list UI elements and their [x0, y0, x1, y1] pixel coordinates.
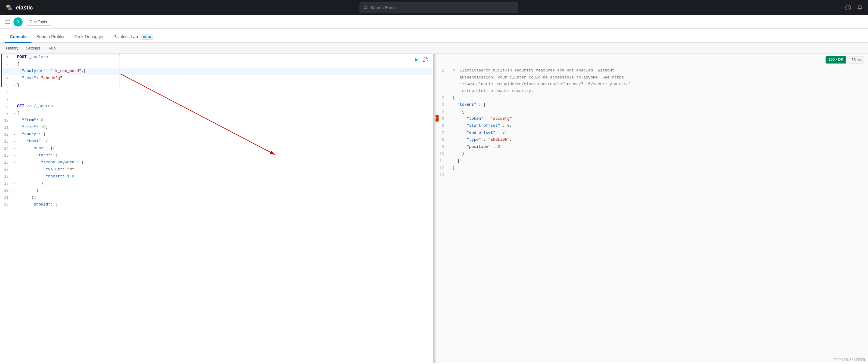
- settings-button[interactable]: Settings: [24, 45, 41, 51]
- response-line-2: 2 - {: [436, 94, 868, 101]
- tab-search-profiler[interactable]: Search Profiler: [31, 31, 70, 43]
- editor-panel: 1 POST _analyze 2 - { 3 "analyzer": "ik_…: [0, 54, 434, 363]
- search-icon: [364, 5, 368, 10]
- response-line-7: 7 "end_offset" : 7,: [436, 129, 868, 136]
- close-response-button[interactable]: ✕: [436, 115, 439, 122]
- response-line-5: 5 "token" : "abcdefg",: [436, 115, 868, 122]
- search-bar-wrapper: Search Elastic: [37, 2, 841, 13]
- main-content: 1 POST _analyze 2 - { 3 "analyzer": "ik_…: [0, 54, 868, 363]
- editor-line-7: 7: [0, 96, 433, 103]
- top-nav: elastic Search Elastic: [0, 0, 868, 15]
- editor-line-18: 18 "boost": 1.0: [0, 173, 433, 180]
- status-badge: 200 - OK: [826, 56, 847, 63]
- tab-grok-debugger[interactable]: Grok Debugger: [70, 31, 108, 43]
- nav-right-icons: [845, 4, 863, 11]
- time-badge: 53 ms: [849, 56, 864, 63]
- response-content: 1 #! Elasticsearch built-in security fea…: [436, 54, 868, 363]
- logo-text: elastic: [16, 5, 33, 11]
- watermark: CSDN @张子行的博客: [832, 357, 866, 362]
- wrench-button[interactable]: [422, 56, 429, 63]
- editor-line-2: 2 - {: [0, 61, 433, 68]
- bell-icon[interactable]: [857, 4, 863, 11]
- hamburger-button[interactable]: [5, 20, 10, 24]
- elastic-logo[interactable]: elastic: [5, 3, 33, 12]
- editor-line-15: 15 - "term": {: [0, 152, 433, 159]
- editor-line-21: 21 - }],: [0, 194, 433, 201]
- response-line-9: 9 "position" : 0: [436, 144, 868, 151]
- help-button[interactable]: Help: [46, 45, 57, 51]
- tabs-bar: Console Search Profiler Grok Debugger Pa…: [0, 29, 868, 43]
- editor-line-14: 14 - "must": [{: [0, 145, 433, 152]
- search-placeholder: Search Elastic: [370, 5, 397, 10]
- response-toolbar: 200 - OK 53 ms: [826, 56, 864, 63]
- close-response-area: ✕: [436, 115, 439, 122]
- response-panel: 200 - OK 53 ms ✕ 1 #! Elasticsearch buil…: [436, 54, 868, 363]
- run-button[interactable]: [413, 56, 420, 63]
- response-line-1: 1 #! Elasticsearch built-in security fea…: [436, 67, 868, 74]
- second-nav: D Dev Tools: [0, 15, 868, 29]
- editor-line-10: 10 "from": 0,: [0, 117, 433, 124]
- editor-content[interactable]: 1 POST _analyze 2 - { 3 "analyzer": "ik_…: [0, 54, 433, 363]
- editor-line-5: 5 - }: [0, 82, 433, 89]
- editor-line-19: 19 - }: [0, 180, 433, 187]
- search-bar[interactable]: Search Elastic: [360, 2, 518, 13]
- svg-line-6: [366, 8, 367, 9]
- editor-line-4: 4 "text": "abcdefg": [0, 75, 433, 82]
- editor-line-13: 13 - "bool": {: [0, 138, 433, 145]
- editor-line-1: 1 POST _analyze: [0, 54, 433, 61]
- response-line-4: 4 - {: [436, 109, 868, 115]
- response-line-3: 3 "tokens" : [: [436, 101, 868, 109]
- editor-line-17: 17 "value": "N",: [0, 166, 433, 173]
- svg-marker-13: [415, 58, 418, 62]
- editor-toolbar: [413, 56, 429, 63]
- response-line-1d: -setup.html to enable security.: [436, 88, 868, 94]
- editor-line-12: 12 - "query": {: [0, 131, 433, 138]
- editor-line-6: 6: [0, 89, 433, 96]
- editor-line-20: 20 - }: [0, 187, 433, 194]
- tab-console[interactable]: Console: [5, 31, 31, 43]
- response-line-13: 13: [436, 172, 868, 179]
- alert-icon[interactable]: [845, 4, 851, 11]
- svg-point-8: [848, 6, 848, 7]
- beta-badge: BETA: [141, 34, 153, 40]
- response-line-1b: authentication, your cluster could be ac…: [436, 74, 868, 81]
- history-button[interactable]: History: [5, 45, 20, 51]
- editor-line-3: 3 "analyzer": "ik_max_word",: [0, 68, 433, 75]
- response-line-6: 6 "start_offset" : 0,: [436, 122, 868, 129]
- editor-line-9: 9 - {: [0, 110, 433, 117]
- response-line-1c: ://www.elastic.co/guide/en/elasticsearch…: [436, 81, 868, 88]
- user-avatar[interactable]: D: [13, 18, 23, 27]
- tab-painless-lab[interactable]: Painless Lab BETA: [108, 31, 158, 43]
- elastic-logo-svg: [5, 3, 13, 12]
- response-line-8: 8 "type" : "ENGLISH",: [436, 136, 868, 144]
- response-line-11: 11 - ]: [436, 158, 868, 164]
- editor-line-22: 22 - "should": [: [0, 201, 433, 208]
- editor-line-16: 16 - "scope.keyword": {: [0, 159, 433, 166]
- response-line-12: 12 - }: [436, 164, 868, 172]
- dev-tools-button[interactable]: Dev Tools: [26, 18, 51, 26]
- editor-line-8: 8 GET zza/_search: [0, 103, 433, 110]
- editor-line-11: 11 "size": 10,: [0, 124, 433, 131]
- toolbar: History Settings Help: [0, 43, 868, 54]
- response-line-10: 10 - }: [436, 151, 868, 158]
